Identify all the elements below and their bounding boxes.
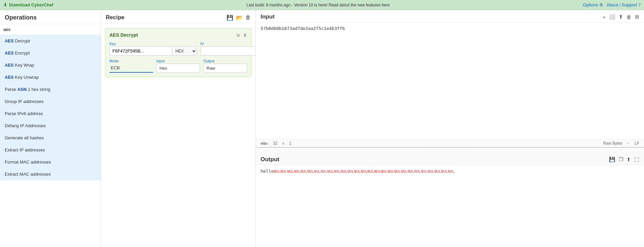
download-label[interactable]: Download CyberChef [9, 2, 53, 7]
mode-input[interactable] [109, 64, 153, 73]
key-iv-row: Key HEX UTF8 Latin1 Base64 [109, 42, 247, 56]
input-format-input[interactable] [157, 64, 200, 73]
input-status: 𝗻𝗯𝗰 32 ≡ 1 Raw Bytes ← LF [256, 139, 644, 147]
question-icon: ? [638, 2, 641, 7]
download-icon: ⬇ [3, 2, 7, 7]
operation-item[interactable]: Defang IP Addresses [0, 120, 101, 132]
recipe-panel: Recipe 💾 📂 🗑 AES Decrypt ⊘ ⏸ [101, 10, 256, 247]
iv-input[interactable] [201, 47, 256, 55]
recipe-save-button[interactable]: 💾 [227, 14, 233, 21]
line-count: 1 [289, 141, 292, 146]
build-message: Last build: 8 months ago - Version 10 is… [53, 3, 583, 7]
input-toolbar: + ⬜ ⬆ 🗑 ⊞ [603, 14, 639, 20]
operation-item[interactable]: Parse IPv6 address [0, 108, 101, 120]
input-add-button[interactable]: + [603, 14, 606, 20]
line-count-icon: ≡ [282, 141, 284, 145]
output-copy-button[interactable]: ❐ [619, 156, 623, 163]
aes-decrypt-card: AES Decrypt ⊘ ⏸ Key [105, 28, 251, 77]
output-title: Output [261, 156, 279, 163]
recipe-title: Recipe [106, 14, 125, 21]
recipe-card-disable-icon[interactable]: ⊘ [236, 33, 240, 38]
output-format-label: Output [203, 59, 247, 63]
operations-list: AES DecryptAES EncryptAES Key WrapAES Ke… [0, 35, 101, 247]
output-content: helloNULNULNULNULNULNULNULNULNULNULNULNU… [256, 165, 644, 247]
operation-item[interactable]: Extract MAC addresses [0, 168, 101, 180]
operations-search-input[interactable] [0, 24, 101, 35]
input-header: Input + ⬜ ⬆ 🗑 ⊞ [256, 10, 644, 23]
output-section: Output 💾 ❐ ⬆ ⛶ helloNULNULNULNULNULNULNU… [256, 153, 644, 247]
iv-input-wrap: HEX UTF8 [200, 46, 256, 56]
recipe-card-header: AES Decrypt ⊘ ⏸ [109, 32, 247, 38]
key-field-group: Key HEX UTF8 Latin1 Base64 [109, 42, 197, 56]
char-count-icon: 𝗻𝗯𝗰 [261, 141, 268, 146]
lf-label[interactable]: LF [635, 141, 639, 146]
recipe-content: AES Decrypt ⊘ ⏸ Key [101, 24, 256, 247]
arrow-icon: ← [626, 141, 631, 146]
output-window-button[interactable]: ⬆ [626, 156, 631, 163]
operations-panel: Operations AES DecryptAES EncryptAES Key… [0, 10, 101, 247]
options-button[interactable]: Options ⚙ [583, 2, 603, 7]
input-clear-button[interactable]: 🗑 [626, 14, 632, 20]
gear-icon: ⚙ [599, 2, 603, 7]
recipe-fields: Key HEX UTF8 Latin1 Base64 [109, 42, 247, 73]
input-grid-button[interactable]: ⊞ [635, 14, 639, 20]
main-layout: Operations AES DecryptAES EncryptAES Key… [0, 10, 644, 247]
recipe-open-button[interactable]: 📂 [236, 14, 243, 21]
recipe-clear-button[interactable]: 🗑 [245, 14, 251, 21]
input-window-button[interactable]: ⬜ [609, 14, 615, 20]
top-right-actions: Options ⚙ About / Support ? [583, 2, 641, 7]
top-bar: ⬇ Download CyberChef Last build: 8 month… [0, 0, 644, 10]
operation-item[interactable]: Extract IP addresses [0, 144, 101, 156]
download-cyberchef[interactable]: ⬇ Download CyberChef [3, 2, 53, 7]
recipe-card-actions: ⊘ ⏸ [236, 33, 247, 38]
operation-item[interactable]: Generate all hashes [0, 132, 101, 144]
operation-item[interactable]: AES Encrypt [0, 47, 101, 59]
output-save-button[interactable]: 💾 [609, 156, 615, 163]
iv-label: IV [200, 42, 256, 46]
raw-bytes-label[interactable]: Raw Bytes [603, 141, 622, 146]
recipe-card-title: AES Decrypt [109, 32, 138, 38]
recipe-card-pause-icon[interactable]: ⏸ [243, 33, 247, 38]
output-format-input[interactable] [203, 64, 247, 73]
input-section: Input + ⬜ ⬆ 🗑 ⊞ 𝗻𝗯𝗰 32 ≡ 1 Raw [256, 10, 644, 148]
operation-item[interactable]: Parse ASN.1 hex string [0, 83, 101, 96]
output-null-sequence: NULNULNULNULNULNULNULNULNULNULNULNULNULN… [274, 169, 454, 174]
key-input-wrap: HEX UTF8 Latin1 Base64 [109, 46, 197, 56]
mode-input-output-row: Mode Input Output [109, 59, 247, 73]
input-status-left: 𝗻𝗯𝗰 32 ≡ 1 [261, 141, 291, 146]
about-support-button[interactable]: About / Support ? [607, 2, 641, 7]
key-input[interactable] [110, 47, 172, 55]
mode-label: Mode [109, 59, 153, 63]
input-textarea[interactable] [256, 23, 644, 139]
operation-item[interactable]: Group IP addresses [0, 96, 101, 108]
recipe-header: Recipe 💾 📂 🗑 [101, 10, 256, 24]
input-title: Input [261, 13, 275, 20]
recipe-toolbar: 💾 📂 🗑 [227, 14, 251, 21]
output-hello-text: hello [261, 169, 274, 174]
output-header: Output 💾 ❐ ⬆ ⛶ [256, 153, 644, 165]
operations-header: Operations [0, 10, 101, 24]
input-export-button[interactable]: ⬆ [619, 14, 623, 20]
output-format-field-group: Output [203, 59, 247, 73]
key-label: Key [109, 42, 197, 46]
output-toolbar: 💾 ❐ ⬆ ⛶ [609, 156, 639, 163]
operation-item[interactable]: AES Key Wrap [0, 59, 101, 71]
input-format-field-group: Input [157, 59, 200, 73]
key-type-select[interactable]: HEX UTF8 Latin1 Base64 [172, 47, 197, 55]
operation-item[interactable]: AES Key Unwrap [0, 71, 101, 83]
iv-field-group: IV HEX UTF8 [200, 42, 256, 56]
io-panel: Input + ⬜ ⬆ 🗑 ⊞ 𝗻𝗯𝗰 32 ≡ 1 Raw [256, 10, 644, 247]
operation-item[interactable]: Format MAC addresses [0, 156, 101, 168]
output-expand-button[interactable]: ⛶ [634, 156, 639, 163]
divider: · · · · · · · · · · · · · · · · · · [256, 148, 644, 153]
mode-field-group: Mode [109, 59, 153, 73]
input-format-label: Input [157, 59, 200, 63]
operation-item[interactable]: AES Decrypt [0, 35, 101, 47]
input-status-right: Raw Bytes ← LF [603, 141, 639, 146]
char-count: 32 [273, 141, 277, 146]
